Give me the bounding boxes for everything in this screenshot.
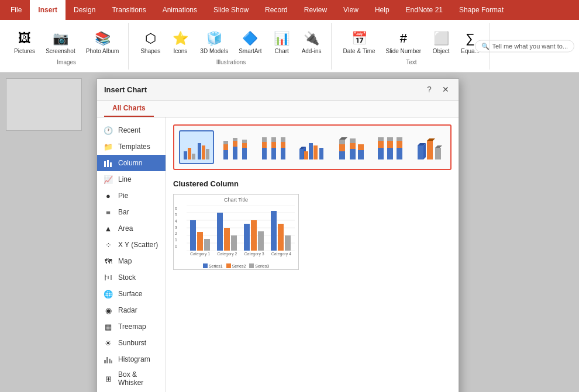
chart-type-templates[interactable]: 📁 Templates [97, 138, 166, 155]
svg-rect-88 [258, 231, 264, 251]
chart-variant-100stacked[interactable] [256, 130, 291, 164]
svg-rect-64 [397, 141, 402, 148]
date-time-button[interactable]: 📅 Date & Time [339, 27, 380, 57]
boxwhisker-label: Box & Whisker [118, 370, 160, 387]
tab-design[interactable]: Design [66, 0, 104, 20]
legend-series2: Series2 [226, 263, 246, 268]
map-icon: 🗺 [103, 256, 113, 266]
treemap-icon: ▦ [103, 321, 113, 332]
tab-slideshow[interactable]: Slide Show [205, 0, 257, 20]
svg-rect-46 [313, 145, 318, 159]
legend-series1-label: Series1 [209, 264, 223, 268]
shapes-button[interactable]: ⬡ Shapes [136, 27, 165, 57]
dialog-title: Insert Chart [104, 85, 147, 94]
svg-rect-50 [339, 140, 345, 144]
tab-record[interactable]: Record [257, 0, 296, 20]
chart-type-xy[interactable]: ⁘ X Y (Scatter) [97, 237, 166, 253]
svg-rect-0 [104, 161, 106, 167]
svg-rect-59 [378, 137, 384, 141]
chart-variants-row [173, 124, 452, 170]
column-icon [103, 158, 113, 168]
svg-rect-22 [206, 149, 209, 159]
chart-variant-clustered[interactable] [179, 130, 214, 164]
xy-label: X Y (Scatter) [118, 241, 158, 249]
tab-file[interactable]: File [2, 0, 30, 20]
chart-type-waterfall[interactable]: Waterfall [97, 390, 166, 392]
surface-label: Surface [118, 290, 142, 298]
svg-rect-2 [110, 162, 112, 167]
date-time-icon: 📅 [350, 29, 368, 48]
sunburst-label: Sunburst [118, 339, 146, 347]
tab-transitions[interactable]: Transitions [104, 0, 154, 20]
tab-help[interactable]: Help [367, 0, 398, 20]
photo-album-label: Photo Album [86, 48, 119, 54]
slide-number-button[interactable]: # Slide Number [381, 27, 426, 57]
chart-variant-3d-stacked[interactable] [333, 130, 368, 164]
tab-review[interactable]: Review [296, 0, 335, 20]
tell-me-input[interactable]: 🔍 Tell me what you want to... [475, 40, 574, 52]
svg-rect-39 [281, 142, 285, 148]
svg-rect-38 [281, 148, 285, 159]
svg-rect-23 [223, 150, 228, 159]
ribbon: File Insert Design Transitions Animation… [0, 0, 579, 72]
chart-type-surface[interactable]: 🌐 Surface [97, 286, 166, 302]
svg-rect-55 [358, 150, 364, 159]
svg-rect-63 [397, 148, 402, 159]
svg-rect-8 [106, 357, 108, 363]
svg-marker-51 [339, 137, 347, 140]
insert-chart-dialog: Insert Chart ? ✕ All Charts 🕐 Recent [96, 78, 459, 392]
dialog-help-button[interactable]: ? [423, 84, 435, 95]
chart-type-line[interactable]: 📈 Line [97, 171, 166, 188]
chart-type-sunburst[interactable]: ☀ Sunburst [97, 335, 166, 351]
smartart-label: SmartArt [239, 48, 261, 54]
photo-album-button[interactable]: 📚 Photo Album [81, 27, 124, 57]
recent-icon: 🕐 [103, 125, 113, 136]
preview-bars-svg [187, 205, 295, 251]
object-button[interactable]: ⬜ Object [427, 27, 455, 57]
chart-type-recent[interactable]: 🕐 Recent [97, 122, 166, 138]
tab-shapeformat[interactable]: Shape Format [451, 0, 512, 20]
chart-type-bar[interactable]: ≡ Bar [97, 204, 166, 220]
svg-rect-80 [190, 220, 196, 251]
screenshot-icon: 📷 [51, 29, 70, 48]
screenshot-button[interactable]: 📷 Screenshot [41, 27, 80, 57]
svg-marker-72 [435, 145, 442, 148]
chart-type-histogram[interactable]: Histogram [97, 351, 166, 367]
chart-type-column[interactable]: Column [97, 155, 166, 171]
chart-variant-stacked[interactable] [218, 130, 253, 164]
tab-view[interactable]: View [335, 0, 367, 20]
3d-models-button[interactable]: 🧊 3D Models [195, 27, 233, 57]
smartart-icon: 🔷 [241, 29, 260, 48]
chart-type-map[interactable]: 🗺 Map [97, 253, 166, 269]
svg-rect-36 [271, 142, 276, 148]
photo-album-icon: 📚 [93, 29, 112, 48]
addon-button[interactable]: 🔌 Add-ins [297, 27, 326, 57]
tab-all-charts[interactable]: All Charts [104, 100, 154, 117]
dialog-overlay: Insert Chart ? ✕ All Charts 🕐 Recent [0, 72, 579, 392]
chart-variant-3d-clustered[interactable] [295, 130, 330, 164]
svg-rect-19 [192, 154, 195, 159]
smartart-button[interactable]: 🔷 SmartArt [234, 27, 266, 57]
chart-type-pie[interactable]: ● Pie [97, 188, 166, 204]
icons-button[interactable]: ⭐ Icons [166, 27, 194, 57]
chart-variant-3d-col[interactable] [411, 130, 446, 164]
chart-button[interactable]: 📊 Chart [268, 27, 296, 57]
chart-legend: Series1 Series2 Series3 [174, 263, 298, 270]
svg-rect-32 [262, 148, 267, 159]
svg-marker-70 [427, 138, 435, 141]
chart-type-stock[interactable]: Stock [97, 269, 166, 286]
dialog-close-button[interactable]: ✕ [440, 84, 452, 95]
tab-insert[interactable]: Insert [30, 0, 66, 20]
chart-type-boxwhisker[interactable]: ⊞ Box & Whisker [97, 367, 166, 390]
chart-type-area[interactable]: ▲ Area [97, 220, 166, 237]
tab-endnote[interactable]: EndNote 21 [398, 0, 451, 20]
tab-animations[interactable]: Animations [154, 0, 205, 20]
chart-type-treemap[interactable]: ▦ Treemap [97, 318, 166, 335]
svg-rect-9 [109, 359, 111, 363]
pictures-button[interactable]: 🖼 Pictures [9, 27, 40, 57]
chart-type-radar[interactable]: ◉ Radar [97, 302, 166, 318]
chart-variant-3d-100stacked[interactable] [372, 130, 407, 164]
svg-rect-45 [309, 143, 313, 159]
surface-icon: 🌐 [103, 289, 113, 299]
stacked-column-icon [221, 135, 249, 161]
